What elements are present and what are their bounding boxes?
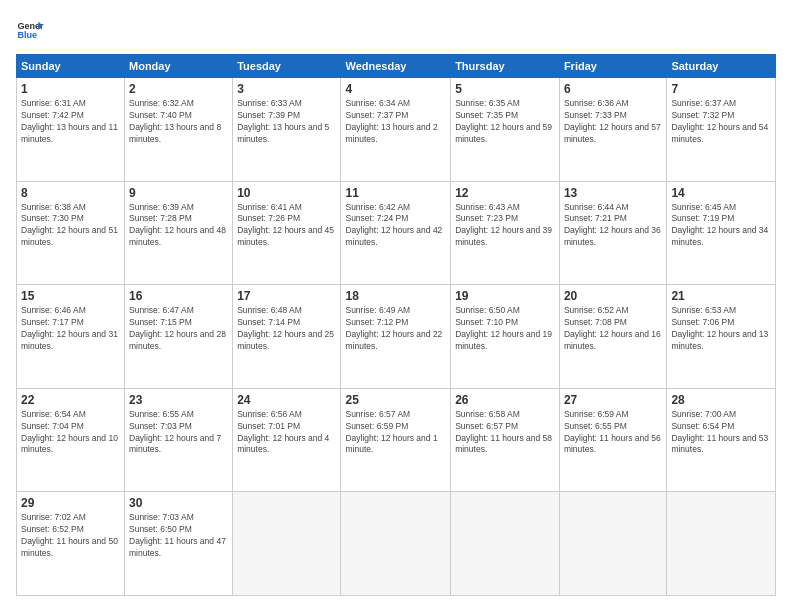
calendar-week-row: 15 Sunrise: 6:46 AMSunset: 7:17 PMDaylig… [17, 285, 776, 389]
calendar-day-cell: 9 Sunrise: 6:39 AMSunset: 7:28 PMDayligh… [125, 181, 233, 285]
day-content: Sunrise: 6:33 AMSunset: 7:39 PMDaylight:… [237, 98, 336, 146]
day-number: 21 [671, 289, 771, 303]
calendar-day-cell: 24 Sunrise: 6:56 AMSunset: 7:01 PMDaylig… [233, 388, 341, 492]
calendar-day-cell: 26 Sunrise: 6:58 AMSunset: 6:57 PMDaylig… [451, 388, 560, 492]
calendar-day-cell [451, 492, 560, 596]
day-content: Sunrise: 7:03 AMSunset: 6:50 PMDaylight:… [129, 512, 228, 560]
day-content: Sunrise: 6:37 AMSunset: 7:32 PMDaylight:… [671, 98, 771, 146]
calendar-header-thursday: Thursday [451, 55, 560, 78]
svg-text:Blue: Blue [17, 30, 37, 40]
day-content: Sunrise: 6:48 AMSunset: 7:14 PMDaylight:… [237, 305, 336, 353]
day-content: Sunrise: 6:54 AMSunset: 7:04 PMDaylight:… [21, 409, 120, 457]
day-number: 24 [237, 393, 336, 407]
day-number: 7 [671, 82, 771, 96]
calendar-week-row: 29 Sunrise: 7:02 AMSunset: 6:52 PMDaylig… [17, 492, 776, 596]
calendar-day-cell: 29 Sunrise: 7:02 AMSunset: 6:52 PMDaylig… [17, 492, 125, 596]
day-content: Sunrise: 6:41 AMSunset: 7:26 PMDaylight:… [237, 202, 336, 250]
day-number: 25 [345, 393, 446, 407]
day-content: Sunrise: 6:52 AMSunset: 7:08 PMDaylight:… [564, 305, 662, 353]
day-content: Sunrise: 6:57 AMSunset: 6:59 PMDaylight:… [345, 409, 446, 457]
day-number: 26 [455, 393, 555, 407]
logo: General Blue [16, 16, 44, 44]
calendar-week-row: 22 Sunrise: 6:54 AMSunset: 7:04 PMDaylig… [17, 388, 776, 492]
calendar-day-cell: 21 Sunrise: 6:53 AMSunset: 7:06 PMDaylig… [667, 285, 776, 389]
calendar-header-row: SundayMondayTuesdayWednesdayThursdayFrid… [17, 55, 776, 78]
header: General Blue [16, 16, 776, 44]
calendar-header-wednesday: Wednesday [341, 55, 451, 78]
calendar-day-cell: 5 Sunrise: 6:35 AMSunset: 7:35 PMDayligh… [451, 78, 560, 182]
day-number: 13 [564, 186, 662, 200]
day-content: Sunrise: 7:00 AMSunset: 6:54 PMDaylight:… [671, 409, 771, 457]
calendar-day-cell: 2 Sunrise: 6:32 AMSunset: 7:40 PMDayligh… [125, 78, 233, 182]
day-number: 14 [671, 186, 771, 200]
day-number: 29 [21, 496, 120, 510]
day-content: Sunrise: 6:47 AMSunset: 7:15 PMDaylight:… [129, 305, 228, 353]
day-content: Sunrise: 6:36 AMSunset: 7:33 PMDaylight:… [564, 98, 662, 146]
day-number: 15 [21, 289, 120, 303]
day-number: 10 [237, 186, 336, 200]
day-number: 6 [564, 82, 662, 96]
day-content: Sunrise: 6:53 AMSunset: 7:06 PMDaylight:… [671, 305, 771, 353]
day-number: 30 [129, 496, 228, 510]
calendar-day-cell [559, 492, 666, 596]
day-number: 19 [455, 289, 555, 303]
calendar-day-cell: 4 Sunrise: 6:34 AMSunset: 7:37 PMDayligh… [341, 78, 451, 182]
day-number: 2 [129, 82, 228, 96]
calendar-day-cell: 6 Sunrise: 6:36 AMSunset: 7:33 PMDayligh… [559, 78, 666, 182]
day-number: 16 [129, 289, 228, 303]
day-number: 12 [455, 186, 555, 200]
day-number: 22 [21, 393, 120, 407]
calendar-day-cell: 13 Sunrise: 6:44 AMSunset: 7:21 PMDaylig… [559, 181, 666, 285]
calendar-day-cell [233, 492, 341, 596]
calendar-day-cell: 28 Sunrise: 7:00 AMSunset: 6:54 PMDaylig… [667, 388, 776, 492]
calendar-day-cell: 30 Sunrise: 7:03 AMSunset: 6:50 PMDaylig… [125, 492, 233, 596]
calendar-day-cell: 17 Sunrise: 6:48 AMSunset: 7:14 PMDaylig… [233, 285, 341, 389]
day-content: Sunrise: 6:38 AMSunset: 7:30 PMDaylight:… [21, 202, 120, 250]
calendar-day-cell: 22 Sunrise: 6:54 AMSunset: 7:04 PMDaylig… [17, 388, 125, 492]
day-number: 9 [129, 186, 228, 200]
day-content: Sunrise: 6:55 AMSunset: 7:03 PMDaylight:… [129, 409, 228, 457]
day-content: Sunrise: 6:44 AMSunset: 7:21 PMDaylight:… [564, 202, 662, 250]
day-number: 20 [564, 289, 662, 303]
logo-icon: General Blue [16, 16, 44, 44]
day-content: Sunrise: 6:46 AMSunset: 7:17 PMDaylight:… [21, 305, 120, 353]
calendar-day-cell: 25 Sunrise: 6:57 AMSunset: 6:59 PMDaylig… [341, 388, 451, 492]
calendar-table: SundayMondayTuesdayWednesdayThursdayFrid… [16, 54, 776, 596]
day-content: Sunrise: 6:43 AMSunset: 7:23 PMDaylight:… [455, 202, 555, 250]
day-number: 18 [345, 289, 446, 303]
calendar-day-cell [667, 492, 776, 596]
day-number: 4 [345, 82, 446, 96]
calendar-day-cell: 23 Sunrise: 6:55 AMSunset: 7:03 PMDaylig… [125, 388, 233, 492]
calendar-day-cell: 27 Sunrise: 6:59 AMSunset: 6:55 PMDaylig… [559, 388, 666, 492]
day-content: Sunrise: 6:34 AMSunset: 7:37 PMDaylight:… [345, 98, 446, 146]
day-content: Sunrise: 6:39 AMSunset: 7:28 PMDaylight:… [129, 202, 228, 250]
day-number: 17 [237, 289, 336, 303]
day-number: 27 [564, 393, 662, 407]
calendar-day-cell: 3 Sunrise: 6:33 AMSunset: 7:39 PMDayligh… [233, 78, 341, 182]
calendar-day-cell: 15 Sunrise: 6:46 AMSunset: 7:17 PMDaylig… [17, 285, 125, 389]
day-number: 3 [237, 82, 336, 96]
day-content: Sunrise: 6:59 AMSunset: 6:55 PMDaylight:… [564, 409, 662, 457]
calendar-day-cell: 11 Sunrise: 6:42 AMSunset: 7:24 PMDaylig… [341, 181, 451, 285]
day-content: Sunrise: 6:42 AMSunset: 7:24 PMDaylight:… [345, 202, 446, 250]
day-number: 5 [455, 82, 555, 96]
day-content: Sunrise: 6:50 AMSunset: 7:10 PMDaylight:… [455, 305, 555, 353]
day-content: Sunrise: 6:49 AMSunset: 7:12 PMDaylight:… [345, 305, 446, 353]
calendar-header-sunday: Sunday [17, 55, 125, 78]
day-number: 8 [21, 186, 120, 200]
calendar-header-saturday: Saturday [667, 55, 776, 78]
day-number: 11 [345, 186, 446, 200]
day-number: 28 [671, 393, 771, 407]
day-content: Sunrise: 7:02 AMSunset: 6:52 PMDaylight:… [21, 512, 120, 560]
calendar-day-cell: 19 Sunrise: 6:50 AMSunset: 7:10 PMDaylig… [451, 285, 560, 389]
calendar-day-cell: 16 Sunrise: 6:47 AMSunset: 7:15 PMDaylig… [125, 285, 233, 389]
calendar-header-tuesday: Tuesday [233, 55, 341, 78]
calendar-day-cell [341, 492, 451, 596]
calendar-day-cell: 18 Sunrise: 6:49 AMSunset: 7:12 PMDaylig… [341, 285, 451, 389]
calendar-day-cell: 10 Sunrise: 6:41 AMSunset: 7:26 PMDaylig… [233, 181, 341, 285]
day-number: 23 [129, 393, 228, 407]
calendar-week-row: 1 Sunrise: 6:31 AMSunset: 7:42 PMDayligh… [17, 78, 776, 182]
calendar-day-cell: 7 Sunrise: 6:37 AMSunset: 7:32 PMDayligh… [667, 78, 776, 182]
day-content: Sunrise: 6:56 AMSunset: 7:01 PMDaylight:… [237, 409, 336, 457]
day-content: Sunrise: 6:35 AMSunset: 7:35 PMDaylight:… [455, 98, 555, 146]
